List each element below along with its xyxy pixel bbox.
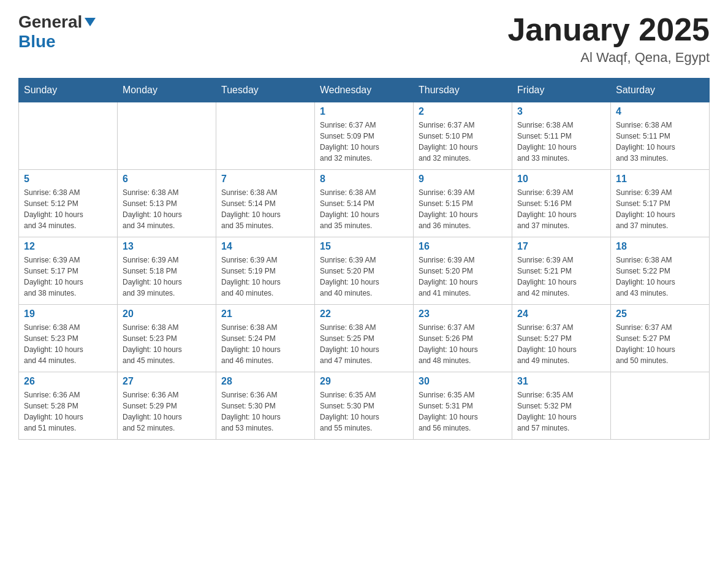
day-number: 25 — [616, 308, 704, 320]
day-number: 17 — [517, 241, 605, 252]
weekday-header-sunday: Sunday — [19, 79, 118, 102]
calendar-cell: 24Sunrise: 6:37 AM Sunset: 5:27 PM Dayli… — [512, 305, 611, 372]
day-info: Sunrise: 6:39 AM Sunset: 5:18 PM Dayligh… — [123, 255, 211, 299]
day-info: Sunrise: 6:39 AM Sunset: 5:19 PM Dayligh… — [221, 255, 309, 299]
day-number: 30 — [419, 376, 507, 387]
calendar-cell — [216, 102, 315, 170]
calendar-week-row: 26Sunrise: 6:36 AM Sunset: 5:28 PM Dayli… — [19, 372, 710, 440]
day-info: Sunrise: 6:35 AM Sunset: 5:31 PM Dayligh… — [419, 389, 507, 434]
day-info: Sunrise: 6:38 AM Sunset: 5:13 PM Dayligh… — [123, 187, 211, 231]
calendar-cell: 10Sunrise: 6:39 AM Sunset: 5:16 PM Dayli… — [512, 170, 611, 237]
day-info: Sunrise: 6:38 AM Sunset: 5:23 PM Dayligh… — [24, 322, 112, 366]
calendar-week-row: 12Sunrise: 6:39 AM Sunset: 5:17 PM Dayli… — [19, 237, 710, 305]
day-number: 11 — [616, 174, 704, 185]
day-number: 10 — [517, 174, 605, 185]
day-number: 14 — [221, 241, 309, 252]
day-number: 23 — [419, 308, 507, 320]
day-number: 3 — [517, 106, 605, 117]
day-info: Sunrise: 6:38 AM Sunset: 5:11 PM Dayligh… — [517, 120, 605, 164]
weekday-header-tuesday: Tuesday — [216, 79, 315, 102]
day-info: Sunrise: 6:38 AM Sunset: 5:24 PM Dayligh… — [221, 322, 309, 366]
day-number: 9 — [419, 174, 507, 185]
month-title: January 2025 — [507, 12, 710, 47]
day-info: Sunrise: 6:39 AM Sunset: 5:17 PM Dayligh… — [616, 187, 704, 231]
calendar-cell — [611, 372, 710, 440]
day-number: 26 — [24, 376, 112, 387]
calendar-cell: 5Sunrise: 6:38 AM Sunset: 5:12 PM Daylig… — [19, 170, 118, 237]
calendar-cell: 2Sunrise: 6:37 AM Sunset: 5:10 PM Daylig… — [414, 102, 512, 170]
day-number: 16 — [419, 241, 507, 252]
day-info: Sunrise: 6:38 AM Sunset: 5:25 PM Dayligh… — [320, 322, 408, 366]
logo-blue-text: Blue — [18, 32, 56, 51]
day-number: 27 — [123, 376, 211, 387]
day-info: Sunrise: 6:38 AM Sunset: 5:23 PM Dayligh… — [123, 322, 211, 366]
day-number: 18 — [616, 241, 704, 252]
calendar-cell: 13Sunrise: 6:39 AM Sunset: 5:18 PM Dayli… — [118, 237, 216, 305]
day-info: Sunrise: 6:35 AM Sunset: 5:32 PM Dayligh… — [517, 389, 605, 434]
day-number: 22 — [320, 308, 408, 320]
day-number: 1 — [320, 106, 408, 117]
calendar-cell: 25Sunrise: 6:37 AM Sunset: 5:27 PM Dayli… — [611, 305, 710, 372]
calendar-cell: 4Sunrise: 6:38 AM Sunset: 5:11 PM Daylig… — [611, 102, 710, 170]
calendar-cell: 20Sunrise: 6:38 AM Sunset: 5:23 PM Dayli… — [118, 305, 216, 372]
day-number: 7 — [221, 174, 309, 185]
logo-general-text: General — [18, 12, 82, 32]
day-info: Sunrise: 6:37 AM Sunset: 5:27 PM Dayligh… — [616, 322, 704, 366]
calendar-cell: 27Sunrise: 6:36 AM Sunset: 5:29 PM Dayli… — [118, 372, 216, 440]
calendar-cell: 16Sunrise: 6:39 AM Sunset: 5:20 PM Dayli… — [414, 237, 512, 305]
calendar-cell — [19, 102, 118, 170]
day-info: Sunrise: 6:36 AM Sunset: 5:30 PM Dayligh… — [221, 389, 309, 434]
calendar-cell: 12Sunrise: 6:39 AM Sunset: 5:17 PM Dayli… — [19, 237, 118, 305]
calendar-cell: 18Sunrise: 6:38 AM Sunset: 5:22 PM Dayli… — [611, 237, 710, 305]
day-info: Sunrise: 6:38 AM Sunset: 5:14 PM Dayligh… — [320, 187, 408, 231]
calendar-cell: 22Sunrise: 6:38 AM Sunset: 5:25 PM Dayli… — [315, 305, 414, 372]
calendar-week-row: 5Sunrise: 6:38 AM Sunset: 5:12 PM Daylig… — [19, 170, 710, 237]
title-section: January 2025 Al Waqf, Qena, Egypt — [507, 12, 710, 66]
calendar-cell: 28Sunrise: 6:36 AM Sunset: 5:30 PM Dayli… — [216, 372, 315, 440]
calendar-cell — [118, 102, 216, 170]
day-info: Sunrise: 6:39 AM Sunset: 5:15 PM Dayligh… — [419, 187, 507, 231]
day-info: Sunrise: 6:37 AM Sunset: 5:10 PM Dayligh… — [419, 120, 507, 164]
day-info: Sunrise: 6:37 AM Sunset: 5:26 PM Dayligh… — [419, 322, 507, 366]
weekday-header-thursday: Thursday — [414, 79, 512, 102]
day-number: 24 — [517, 308, 605, 320]
day-info: Sunrise: 6:37 AM Sunset: 5:09 PM Dayligh… — [320, 120, 408, 164]
weekday-header-row: SundayMondayTuesdayWednesdayThursdayFrid… — [19, 79, 710, 102]
calendar-cell: 7Sunrise: 6:38 AM Sunset: 5:14 PM Daylig… — [216, 170, 315, 237]
calendar-cell: 29Sunrise: 6:35 AM Sunset: 5:30 PM Dayli… — [315, 372, 414, 440]
weekday-header-monday: Monday — [118, 79, 216, 102]
weekday-header-friday: Friday — [512, 79, 611, 102]
calendar-cell: 26Sunrise: 6:36 AM Sunset: 5:28 PM Dayli… — [19, 372, 118, 440]
day-info: Sunrise: 6:38 AM Sunset: 5:11 PM Dayligh… — [616, 120, 704, 164]
day-number: 13 — [123, 241, 211, 252]
day-number: 21 — [221, 308, 309, 320]
day-number: 6 — [123, 174, 211, 185]
day-info: Sunrise: 6:38 AM Sunset: 5:14 PM Dayligh… — [221, 187, 309, 231]
calendar-cell: 19Sunrise: 6:38 AM Sunset: 5:23 PM Dayli… — [19, 305, 118, 372]
day-number: 31 — [517, 376, 605, 387]
logo: General Blue — [18, 12, 96, 52]
day-number: 19 — [24, 308, 112, 320]
location-title: Al Waqf, Qena, Egypt — [507, 50, 710, 66]
weekday-header-saturday: Saturday — [611, 79, 710, 102]
calendar-week-row: 1Sunrise: 6:37 AM Sunset: 5:09 PM Daylig… — [19, 102, 710, 170]
day-info: Sunrise: 6:38 AM Sunset: 5:12 PM Dayligh… — [24, 187, 112, 231]
day-info: Sunrise: 6:39 AM Sunset: 5:16 PM Dayligh… — [517, 187, 605, 231]
day-number: 29 — [320, 376, 408, 387]
day-info: Sunrise: 6:36 AM Sunset: 5:28 PM Dayligh… — [24, 389, 112, 434]
calendar-cell: 3Sunrise: 6:38 AM Sunset: 5:11 PM Daylig… — [512, 102, 611, 170]
calendar-cell: 14Sunrise: 6:39 AM Sunset: 5:19 PM Dayli… — [216, 237, 315, 305]
day-info: Sunrise: 6:39 AM Sunset: 5:20 PM Dayligh… — [320, 255, 408, 299]
day-number: 5 — [24, 174, 112, 185]
calendar-cell: 11Sunrise: 6:39 AM Sunset: 5:17 PM Dayli… — [611, 170, 710, 237]
calendar-cell: 8Sunrise: 6:38 AM Sunset: 5:14 PM Daylig… — [315, 170, 414, 237]
calendar-cell: 9Sunrise: 6:39 AM Sunset: 5:15 PM Daylig… — [414, 170, 512, 237]
day-info: Sunrise: 6:35 AM Sunset: 5:30 PM Dayligh… — [320, 389, 408, 434]
day-number: 12 — [24, 241, 112, 252]
day-info: Sunrise: 6:38 AM Sunset: 5:22 PM Dayligh… — [616, 255, 704, 299]
calendar-cell: 6Sunrise: 6:38 AM Sunset: 5:13 PM Daylig… — [118, 170, 216, 237]
day-number: 15 — [320, 241, 408, 252]
logo-triangle-icon — [85, 18, 96, 26]
day-info: Sunrise: 6:36 AM Sunset: 5:29 PM Dayligh… — [123, 389, 211, 434]
calendar-cell: 21Sunrise: 6:38 AM Sunset: 5:24 PM Dayli… — [216, 305, 315, 372]
